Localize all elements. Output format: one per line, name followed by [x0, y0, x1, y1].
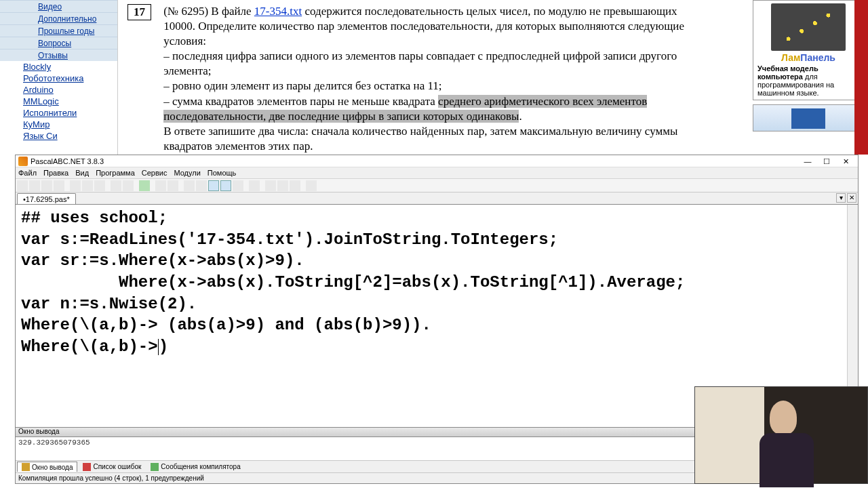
- promo-block-2[interactable]: [753, 104, 864, 131]
- nav-sub-item[interactable]: Вопросы: [0, 37, 117, 49]
- tool-saveall[interactable]: [54, 180, 64, 191]
- nav-sub-item[interactable]: Дополнительно: [0, 12, 117, 24]
- tool-step[interactable]: [167, 180, 178, 191]
- tab-compiler[interactable]: Сообщения компилятора: [146, 462, 244, 472]
- task-cond3b: .: [519, 110, 521, 123]
- nav-link[interactable]: Прошлые годы: [38, 26, 94, 36]
- tool-copy[interactable]: [82, 180, 93, 191]
- tool-d[interactable]: [220, 180, 231, 191]
- nav-item[interactable]: Исполнители: [0, 107, 117, 119]
- tool-c[interactable]: [208, 180, 219, 191]
- nav-link[interactable]: Вопросы: [38, 39, 71, 48]
- nav-sub-item[interactable]: Отзывы: [0, 49, 117, 61]
- tool-g[interactable]: [265, 180, 276, 191]
- task-text: (№ 6295) В файле 17-354.txt содержится п…: [163, 4, 699, 154]
- tool-j[interactable]: [306, 180, 317, 191]
- window-title: PascalABC.NET 3.8.3: [31, 157, 104, 165]
- menu-edit[interactable]: Правка: [43, 169, 68, 177]
- tab-controls: ▾ ✕: [836, 193, 856, 203]
- task-cond3a: – сумма квадратов элементов пары не мень…: [163, 95, 438, 108]
- browser-region: Видео Дополнительно Прошлые годы Вопросы…: [0, 0, 868, 155]
- tab-dropdown-icon[interactable]: ▾: [836, 193, 846, 203]
- webcam-overlay: [694, 386, 868, 484]
- tool-paste[interactable]: [94, 180, 105, 191]
- tab-errors[interactable]: Список ошибок: [79, 462, 145, 472]
- promo-icon: [771, 3, 846, 51]
- menu-modules[interactable]: Модули: [174, 169, 200, 177]
- tabbar: •17.6295.pas* ▾ ✕: [16, 192, 858, 205]
- promo-brand: ЛамПанель: [753, 52, 863, 63]
- tool-cut[interactable]: [70, 180, 81, 191]
- window-controls: — ☐ ✕: [798, 156, 855, 167]
- task-answer: В ответе запишите два числа: сначала кол…: [163, 125, 677, 152]
- nav-item[interactable]: MMLogic: [0, 96, 117, 107]
- red-border: [854, 0, 868, 155]
- nav-link[interactable]: КуМир: [23, 119, 50, 129]
- menu-help[interactable]: Помощь: [208, 169, 237, 177]
- nav-link[interactable]: Arduino: [23, 85, 54, 95]
- maximize-button[interactable]: ☐: [817, 156, 836, 167]
- promo-desc: Учебная модель компьютера для программир…: [753, 64, 863, 97]
- close-button[interactable]: ✕: [836, 156, 855, 167]
- tool-f[interactable]: [249, 180, 260, 191]
- minimize-button[interactable]: —: [798, 156, 817, 167]
- tool-run[interactable]: [139, 180, 150, 191]
- nav-link[interactable]: Отзывы: [38, 51, 68, 60]
- promo-block[interactable]: ЛамПанель Учебная модель компьютера для …: [753, 0, 864, 100]
- nav-link[interactable]: Язык Си: [23, 131, 58, 141]
- task-prefix: (№ 6295) В файле: [163, 5, 254, 18]
- output-icon: [22, 463, 30, 471]
- tool-undo[interactable]: [111, 180, 121, 191]
- task-cond2: – ровно один элемент из пары делится без…: [163, 79, 441, 92]
- nav-item[interactable]: КуМир: [0, 119, 117, 130]
- tool-save[interactable]: [41, 180, 52, 191]
- task-number: 17: [127, 4, 151, 20]
- tool-h[interactable]: [277, 180, 288, 191]
- tool-i[interactable]: [290, 180, 300, 191]
- tool-redo[interactable]: [123, 180, 134, 191]
- file-tab[interactable]: •17.6295.pas*: [17, 193, 76, 204]
- tab-close-icon[interactable]: ✕: [847, 193, 856, 203]
- tool-a[interactable]: [184, 180, 195, 191]
- nav-item[interactable]: Blockly: [0, 61, 117, 73]
- app-icon: [18, 157, 28, 166]
- nav-link[interactable]: Робототехника: [23, 73, 83, 83]
- menu-program[interactable]: Программа: [96, 169, 135, 177]
- nav-item[interactable]: Arduino: [0, 84, 117, 96]
- nav-item[interactable]: Язык Си: [0, 130, 117, 142]
- nav-sub-item[interactable]: Прошлые годы: [0, 24, 117, 37]
- right-column: ЛамПанель Учебная модель компьютера для …: [749, 0, 868, 155]
- toolbar: [16, 179, 858, 192]
- tool-e[interactable]: [233, 180, 243, 191]
- menu-service[interactable]: Сервис: [142, 169, 167, 177]
- nav-link[interactable]: Дополнительно: [38, 14, 96, 24]
- nav-item[interactable]: Робототехника: [0, 73, 117, 84]
- tool-stop[interactable]: [155, 180, 166, 191]
- nav-sub-item[interactable]: Видео: [0, 0, 117, 12]
- tool-b[interactable]: [196, 180, 207, 191]
- left-sidebar: Видео Дополнительно Прошлые годы Вопросы…: [0, 0, 118, 155]
- titlebar[interactable]: PascalABC.NET 3.8.3 — ☐ ✕: [16, 155, 858, 167]
- task-file-link[interactable]: 17-354.txt: [254, 5, 302, 18]
- nav-link[interactable]: Исполнители: [23, 108, 77, 118]
- errors-icon: [83, 463, 91, 471]
- menu-file[interactable]: Файл: [18, 169, 37, 177]
- task-cond1: – последняя цифра записи одного из элеме…: [163, 49, 677, 77]
- tab-output[interactable]: Окно вывода: [17, 462, 77, 472]
- nav-link[interactable]: MMLogic: [23, 96, 59, 106]
- menubar: Файл Правка Вид Программа Сервис Модули …: [16, 167, 858, 179]
- nav-link[interactable]: Видео: [38, 2, 62, 12]
- nav-link[interactable]: Blockly: [23, 62, 51, 72]
- task-content: 17 (№ 6295) В файле 17-354.txt содержитс…: [118, 0, 749, 155]
- tool-open[interactable]: [29, 180, 40, 191]
- tool-new[interactable]: [17, 180, 28, 191]
- menu-view[interactable]: Вид: [75, 169, 89, 177]
- compiler-icon: [151, 463, 159, 471]
